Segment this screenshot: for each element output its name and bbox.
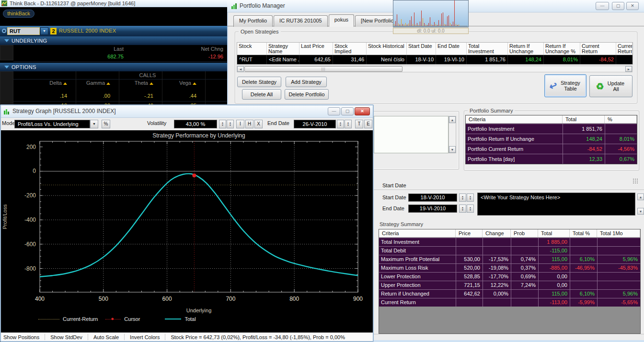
maximize-button[interactable]: ▢	[341, 107, 354, 115]
summary-row[interactable]: Portfolio Return If Unchange148,248,01%	[466, 134, 637, 144]
strategy-listbox[interactable]	[374, 116, 448, 153]
thinkback-tab[interactable]: thinkBack	[3, 10, 34, 18]
scroll-down-icon[interactable]: ▼	[449, 146, 456, 153]
end-date-spinner[interactable]: ▲▼	[337, 120, 344, 128]
underlying-section-header[interactable]: UNDERLYING	[0, 36, 227, 45]
scrollbar-thumb[interactable]: |||	[244, 66, 402, 72]
show-stddev-toggle[interactable]: Show StdDev	[45, 334, 88, 340]
spin-down-icon[interactable]: ▼	[221, 124, 224, 126]
end-date-field[interactable]: 26-V-2010	[294, 120, 336, 128]
minimize-button[interactable]: —	[328, 107, 340, 115]
column-header[interactable]: Current Return %	[616, 43, 632, 55]
column-header[interactable]: Stock Historical	[367, 43, 407, 55]
column-header[interactable]: Return If Unchange	[508, 43, 544, 55]
close-button[interactable]: ✕	[626, 2, 639, 10]
start-date-field[interactable]: 18-V-2010	[408, 194, 457, 202]
spin-down-icon[interactable]: ▼	[469, 209, 472, 211]
add-strategy-button[interactable]: Add Strategy	[286, 77, 327, 87]
tab-pokus[interactable]: pokus	[329, 14, 354, 27]
i-button[interactable]: I	[236, 120, 244, 128]
column-header[interactable]: Last Price	[299, 43, 333, 55]
summary-row[interactable]: Lower Protection528,85-17,70%0,69%0,00	[379, 272, 640, 281]
show-positions-toggle[interactable]: Show Positions	[1, 334, 45, 340]
mode-dropdown[interactable]: Profit/Loss Vs. Underlying	[14, 120, 90, 128]
update-all-button[interactable]: ♻ Update All	[589, 75, 632, 97]
scroll-left-icon[interactable]: ◄	[237, 66, 244, 72]
col-header-gamma[interactable]: Gamma	[67, 80, 110, 86]
summary-row[interactable]: Maximum Loss Risk520,00-19,08%0,37%-885,…	[379, 263, 640, 272]
strategy-performance-chart[interactable]: 4005006007008009002000-200-400-600-800St…	[1, 130, 373, 332]
summary-row[interactable]: Portfolio Investment1 851,76	[466, 124, 637, 134]
column-header[interactable]: Return If Unchange %	[544, 43, 580, 55]
end-date-spinner[interactable]: ▲▼	[345, 120, 352, 128]
symbol-input[interactable]: RUT	[7, 27, 40, 35]
notes-scroll-up-icon[interactable]: ▲	[637, 194, 644, 200]
auto-scale-toggle[interactable]: Auto Scale	[88, 334, 124, 340]
summary-row[interactable]: Upper Protection721,1512,22%7,24%0,00	[379, 281, 640, 289]
strategy-table-button[interactable]: ↩ Strategy Table	[544, 74, 586, 97]
end-date-field[interactable]: 19-VI-2010	[408, 205, 457, 213]
vertical-scrollbar[interactable]: ▲ ▼	[448, 116, 456, 153]
scroll-up-icon[interactable]: ▲	[449, 116, 456, 123]
summary-row[interactable]: Portfolio Current Return-84,52-4,56%	[466, 144, 637, 154]
spin-down-icon[interactable]: ▼	[229, 124, 231, 126]
x-button[interactable]: X	[254, 120, 263, 128]
maximize-button[interactable]: ▢	[612, 2, 624, 10]
col-header-delta[interactable]: Delta	[14, 80, 67, 86]
summary-row[interactable]: Total Investment1 885,00	[379, 238, 640, 246]
row-cell: 642,62	[456, 290, 483, 298]
summary-row[interactable]: Portfolio Theta [day]12,330,67%	[466, 154, 637, 164]
tab-my-portfolio[interactable]: My Portfolio	[233, 15, 273, 27]
delete-portfolio-button[interactable]: Delete Portfolio	[285, 89, 329, 100]
spin-down-icon[interactable]: ▼	[347, 124, 349, 126]
h-button[interactable]: H	[245, 120, 253, 128]
spin-down-icon[interactable]: ▼	[461, 209, 464, 211]
delete-all-button[interactable]: Delete All	[242, 89, 281, 100]
delete-strategy-button[interactable]: Delete Stategy	[237, 77, 281, 87]
e-button[interactable]: E	[364, 120, 372, 128]
end-date-spinner[interactable]: ▲▼	[467, 205, 474, 213]
scroll-right-icon[interactable]: ►	[625, 66, 632, 72]
spin-down-icon[interactable]: ▼	[339, 124, 342, 126]
minimize-button[interactable]: —	[596, 2, 609, 10]
percent-toggle-button[interactable]: %	[102, 120, 110, 128]
horizontal-scrollbar[interactable]: ◄ ► |||	[237, 66, 632, 72]
mode-dropdown-caret-icon[interactable]: ▼	[90, 120, 98, 128]
notes-scroll-down-icon[interactable]: ▼	[637, 208, 644, 215]
col-header-vega[interactable]: Vega	[153, 80, 196, 86]
volatility-field[interactable]: 43,00 %	[174, 120, 217, 128]
col-header-theta[interactable]: Theta	[110, 80, 153, 86]
column-header[interactable]: Start Date	[407, 43, 436, 55]
start-date-spinner[interactable]: ▲▼	[459, 194, 466, 202]
col-header-last[interactable]: Last	[61, 46, 124, 52]
column-header[interactable]: End Date	[436, 43, 467, 55]
t-button[interactable]: T	[355, 120, 363, 128]
column-header[interactable]: Total Investment	[467, 43, 508, 55]
thinkback-titlebar[interactable]: Think Back - D-11261237 @ paperMoney [bu…	[0, 0, 227, 7]
tab-ic-rut36-201005[interactable]: IC RUT36 201005	[274, 15, 328, 27]
resize-grip[interactable]	[632, 178, 639, 184]
summary-row[interactable]: Maximum Profit Potential530,00-17,53%0,7…	[379, 255, 640, 263]
spin-down-icon[interactable]: ▼	[461, 198, 464, 200]
options-section-header[interactable]: OPTIONS	[0, 63, 227, 71]
symbol-dropdown-button[interactable]: ▼	[40, 27, 48, 35]
summary-row[interactable]: Total Debit-115,00	[379, 246, 640, 255]
volatility-spinner[interactable]: ▲▼	[227, 120, 234, 128]
table-cell: -84,52	[580, 55, 616, 64]
strategy-graph-titlebar[interactable]: Strategy Graph [RUSSELL 2000 INDEX] — ▢ …	[1, 105, 373, 118]
column-header[interactable]: Strategy Name	[267, 43, 299, 55]
spin-down-icon[interactable]: ▼	[469, 198, 472, 200]
invert-colors-toggle[interactable]: Invert Colors	[125, 334, 165, 340]
strategy-notes-input[interactable]: <Write Your Strategy Notes Here>	[477, 193, 635, 216]
volatility-spinner[interactable]: ▲▼	[219, 120, 226, 128]
summary-row[interactable]: Return if Unchanged642,620,00%115,006,10…	[379, 289, 640, 298]
start-date-spinner[interactable]: ▲▼	[467, 194, 474, 202]
column-header[interactable]: Stock Implied Volatility	[333, 43, 367, 55]
end-date-spinner[interactable]: ▲▼	[459, 205, 466, 213]
open-strategies-data-row[interactable]: ^RUT<Edit Name ...642,6531,46Není číslo1…	[237, 55, 633, 65]
column-header[interactable]: Current Return	[580, 43, 616, 55]
column-header[interactable]: Stock	[237, 43, 267, 55]
close-button[interactable]: ✕	[355, 107, 370, 115]
col-header-net-chng[interactable]: Net Chng	[161, 46, 223, 52]
summary-row[interactable]: Current Return-113,00-5,99%-5,65%	[379, 298, 640, 307]
